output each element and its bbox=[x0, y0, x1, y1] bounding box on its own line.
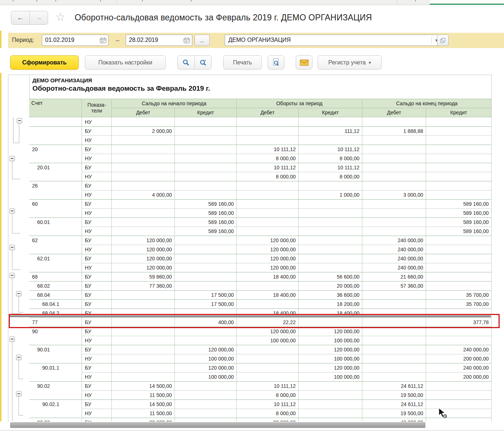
account-cell[interactable] bbox=[29, 208, 82, 217]
value-cell[interactable]: 11 500,00 bbox=[112, 390, 175, 399]
value-cell[interactable]: 240 000,00 bbox=[362, 263, 426, 272]
account-cell[interactable] bbox=[29, 135, 82, 145]
value-cell[interactable]: 4 000,00 bbox=[112, 190, 175, 199]
value-cell[interactable]: 1 000,00 bbox=[299, 190, 362, 199]
indicator-cell[interactable]: БУ bbox=[82, 418, 112, 422]
account-cell[interactable]: 60 bbox=[29, 199, 82, 208]
value-cell[interactable]: 10 111,12 bbox=[237, 163, 299, 172]
tree-collapse-icon[interactable] bbox=[16, 291, 21, 296]
value-cell[interactable] bbox=[426, 163, 492, 172]
indicator-cell[interactable]: НУ bbox=[82, 372, 112, 381]
header-credit[interactable]: Кредит bbox=[426, 108, 492, 117]
value-cell[interactable] bbox=[237, 181, 299, 190]
value-cell[interactable]: 40 000,00 bbox=[362, 418, 426, 422]
value-cell[interactable]: 111,12 bbox=[299, 126, 362, 135]
indicator-cell[interactable]: БУ bbox=[82, 163, 112, 172]
indicator-cell[interactable]: БУ bbox=[82, 145, 112, 154]
value-cell[interactable] bbox=[299, 390, 362, 399]
value-cell[interactable]: 100 000,00 bbox=[175, 372, 237, 381]
value-cell[interactable] bbox=[237, 217, 299, 227]
value-cell[interactable]: 56 600,00 bbox=[299, 272, 362, 281]
value-cell[interactable] bbox=[426, 190, 492, 199]
value-cell[interactable] bbox=[362, 336, 426, 345]
value-cell[interactable]: 35 700,00 bbox=[426, 299, 492, 308]
indicator-cell[interactable]: НУ bbox=[82, 227, 112, 236]
value-cell[interactable]: 120 000,00 bbox=[175, 363, 237, 372]
value-cell[interactable] bbox=[299, 418, 362, 422]
taskbar-tabs-strip[interactable] bbox=[0, 0, 504, 5]
value-cell[interactable]: 35 700,00 bbox=[426, 290, 492, 299]
value-cell[interactable]: 120 000,00 bbox=[112, 263, 175, 272]
account-cell[interactable]: 62.01 bbox=[29, 254, 82, 263]
account-cell[interactable]: 90.02 bbox=[29, 381, 82, 390]
value-cell[interactable] bbox=[112, 227, 175, 236]
value-cell[interactable] bbox=[237, 135, 299, 145]
calendar-icon[interactable] bbox=[184, 37, 190, 43]
value-cell[interactable] bbox=[112, 135, 175, 145]
value-cell[interactable] bbox=[175, 336, 237, 345]
value-cell[interactable] bbox=[362, 199, 426, 208]
value-cell[interactable] bbox=[299, 254, 362, 263]
value-cell[interactable] bbox=[112, 181, 175, 190]
header-account[interactable]: Счет bbox=[29, 99, 82, 117]
value-cell[interactable] bbox=[175, 126, 237, 135]
value-cell[interactable] bbox=[299, 208, 362, 217]
value-cell[interactable]: 240 000,00 bbox=[362, 254, 426, 263]
account-cell[interactable]: 20.01 bbox=[29, 163, 82, 172]
value-cell[interactable] bbox=[362, 299, 426, 308]
account-cell[interactable]: 90.03 bbox=[29, 418, 82, 422]
value-cell[interactable]: 589 160,00 bbox=[175, 227, 237, 236]
tree-collapse-icon[interactable] bbox=[9, 336, 15, 342]
header-credit[interactable]: Кредит bbox=[175, 108, 237, 117]
value-cell[interactable] bbox=[175, 272, 237, 281]
value-cell[interactable] bbox=[299, 227, 362, 236]
value-cell[interactable] bbox=[112, 290, 175, 299]
value-cell[interactable] bbox=[112, 145, 175, 154]
value-cell[interactable] bbox=[299, 381, 362, 390]
scrollbar-thumb[interactable] bbox=[10, 422, 425, 428]
value-cell[interactable]: 17 500,00 bbox=[175, 290, 237, 299]
header-debit[interactable]: Дебет bbox=[362, 108, 426, 117]
indicator-cell[interactable]: НУ bbox=[82, 336, 112, 345]
value-cell[interactable]: 10 111,12 bbox=[237, 381, 299, 390]
value-cell[interactable] bbox=[426, 399, 492, 409]
date-from-input[interactable]: 01.02.2019 bbox=[42, 35, 109, 46]
value-cell[interactable] bbox=[426, 126, 492, 135]
value-cell[interactable]: 18 400,00 bbox=[237, 290, 299, 299]
value-cell[interactable]: 10 111,12 bbox=[237, 399, 299, 409]
value-cell[interactable] bbox=[112, 345, 175, 354]
tree-collapse-icon[interactable] bbox=[16, 391, 21, 397]
value-cell[interactable]: 589 160,00 bbox=[426, 217, 492, 227]
search-button[interactable] bbox=[178, 56, 195, 69]
value-cell[interactable] bbox=[237, 363, 299, 372]
indicator-cell[interactable]: БУ bbox=[82, 290, 112, 299]
value-cell[interactable]: 589 160,00 bbox=[426, 227, 492, 236]
value-cell[interactable]: 240 000,00 bbox=[362, 236, 426, 245]
indicator-cell[interactable]: БУ bbox=[82, 217, 112, 227]
value-cell[interactable]: 589 160,00 bbox=[426, 199, 492, 208]
value-cell[interactable]: 589 160,00 bbox=[175, 217, 237, 227]
value-cell[interactable]: 100 000,00 bbox=[299, 336, 362, 345]
value-cell[interactable]: 18 400,00 bbox=[237, 272, 299, 281]
value-cell[interactable]: 120 000,00 bbox=[112, 254, 175, 263]
value-cell[interactable] bbox=[175, 172, 237, 181]
value-cell[interactable] bbox=[362, 290, 426, 299]
value-cell[interactable] bbox=[237, 208, 299, 217]
value-cell[interactable] bbox=[299, 236, 362, 245]
header-indicators[interactable]: Показа-тели bbox=[82, 99, 112, 117]
more-options-button[interactable]: ... bbox=[194, 35, 210, 46]
value-cell[interactable]: 21 660,00 bbox=[362, 272, 426, 281]
value-cell[interactable] bbox=[175, 254, 237, 263]
value-cell[interactable]: 240 000,00 bbox=[426, 363, 492, 372]
value-cell[interactable]: 11 500,00 bbox=[112, 409, 175, 418]
value-cell[interactable]: 24 611,12 bbox=[362, 399, 426, 409]
value-cell[interactable]: 100 000,00 bbox=[237, 336, 299, 345]
value-cell[interactable]: 589 160,00 bbox=[426, 208, 492, 217]
value-cell[interactable] bbox=[426, 409, 492, 418]
value-cell[interactable]: 120 000,00 bbox=[175, 345, 237, 354]
tree-collapse-icon[interactable] bbox=[9, 156, 15, 161]
value-cell[interactable]: 120 000,00 bbox=[112, 245, 175, 254]
value-cell[interactable]: 100 000,00 bbox=[175, 354, 237, 363]
value-cell[interactable] bbox=[299, 263, 362, 272]
value-cell[interactable]: 19 500,00 bbox=[362, 390, 426, 399]
